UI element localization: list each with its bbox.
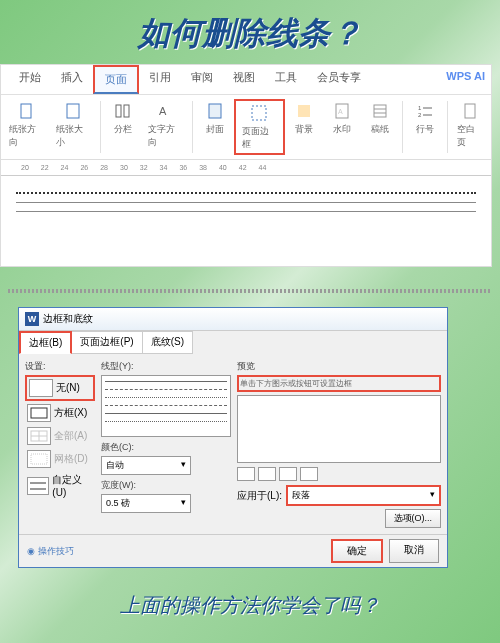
svg-rect-1 bbox=[67, 104, 79, 118]
tab-review[interactable]: 审阅 bbox=[181, 65, 223, 94]
tab-page[interactable]: 页面 bbox=[93, 65, 139, 94]
watermark-icon: A bbox=[332, 101, 352, 121]
style-label: 线型(Y): bbox=[101, 360, 231, 373]
tab-member[interactable]: 会员专享 bbox=[307, 65, 371, 94]
line-style-list[interactable] bbox=[101, 375, 231, 437]
toolbar: 纸张方向 纸张大小 分栏 A文字方向 封面 页面边框 背景 A水印 稿纸 12行… bbox=[1, 95, 491, 160]
opt-box[interactable]: 方框(X) bbox=[25, 402, 95, 424]
dotted-line bbox=[16, 192, 476, 194]
tool-page-border[interactable]: 页面边框 bbox=[234, 99, 285, 155]
custom-icon bbox=[27, 477, 49, 495]
svg-rect-10 bbox=[374, 105, 386, 117]
color-select[interactable]: 自动▾ bbox=[101, 456, 191, 475]
border-icon bbox=[249, 103, 269, 123]
tool-orient[interactable]: 纸张方向 bbox=[3, 99, 50, 155]
tool-textdir[interactable]: A文字方向 bbox=[142, 99, 189, 155]
tool-watermark[interactable]: A水印 bbox=[323, 99, 361, 155]
grid-icon bbox=[27, 450, 51, 468]
wps-ai[interactable]: WPS AI bbox=[436, 65, 491, 94]
pv-btn-3[interactable] bbox=[279, 467, 297, 481]
svg-rect-5 bbox=[209, 104, 221, 118]
document-area[interactable] bbox=[1, 176, 491, 266]
opt-none[interactable]: 无(N) bbox=[25, 375, 95, 401]
dialog-tabs: 边框(B) 页面边框(P) 底纹(S) bbox=[19, 331, 447, 354]
dlg-tab-shading[interactable]: 底纹(S) bbox=[142, 331, 193, 354]
tool-bg[interactable]: 背景 bbox=[285, 99, 323, 155]
box-icon bbox=[27, 404, 51, 422]
pv-btn-1[interactable] bbox=[237, 467, 255, 481]
svg-rect-3 bbox=[124, 105, 129, 117]
lineno-icon: 12 bbox=[415, 101, 435, 121]
none-icon bbox=[29, 379, 53, 397]
footer-text: 上面的操作方法你学会了吗？ bbox=[0, 568, 500, 629]
width-select[interactable]: 0.5 磅▾ bbox=[101, 494, 191, 513]
svg-rect-7 bbox=[298, 105, 310, 117]
apply-label: 应用于(L): bbox=[237, 489, 282, 503]
ok-button[interactable]: 确定 bbox=[331, 539, 383, 563]
page-title: 如何删除线条？ bbox=[0, 0, 500, 64]
preview-buttons bbox=[237, 467, 441, 481]
apply-row: 应用于(L): 段落▾ bbox=[237, 485, 441, 506]
tool-manuscript[interactable]: 稿纸 bbox=[361, 99, 399, 155]
options-button[interactable]: 选项(O)... bbox=[385, 509, 442, 528]
tips-link[interactable]: ◉ 操作技巧 bbox=[27, 545, 74, 558]
tab-ref[interactable]: 引用 bbox=[139, 65, 181, 94]
columns-icon bbox=[113, 101, 133, 121]
svg-rect-17 bbox=[465, 104, 475, 118]
opt-grid[interactable]: 网格(D) bbox=[25, 448, 95, 470]
dialog-title-text: 边框和底纹 bbox=[43, 312, 93, 326]
preview-column: 预览 单击下方图示或按钮可设置边框 应用于(L): 段落▾ 选项(O)... bbox=[237, 360, 441, 528]
tab-view[interactable]: 视图 bbox=[223, 65, 265, 94]
textdir-icon: A bbox=[155, 101, 175, 121]
svg-text:2: 2 bbox=[418, 112, 422, 118]
borders-dialog: W 边框和底纹 边框(B) 页面边框(P) 底纹(S) 设置: 无(N) 方框(… bbox=[18, 307, 448, 568]
preview-hint: 单击下方图示或按钮可设置边框 bbox=[237, 375, 441, 392]
tab-start[interactable]: 开始 bbox=[9, 65, 51, 94]
chevron-down-icon: ▾ bbox=[181, 497, 186, 510]
blank-icon bbox=[460, 101, 480, 121]
manuscript-icon bbox=[370, 101, 390, 121]
dialog-body: 设置: 无(N) 方框(X) 全部(A) 网格(D) 自定义(U) 线型(Y):… bbox=[19, 354, 447, 534]
settings-column: 设置: 无(N) 方框(X) 全部(A) 网格(D) 自定义(U) bbox=[25, 360, 95, 528]
svg-rect-22 bbox=[31, 454, 47, 464]
preview-label: 预览 bbox=[237, 360, 441, 373]
opt-custom[interactable]: 自定义(U) bbox=[25, 471, 95, 500]
style-column: 线型(Y): 颜色(C): 自动▾ 宽度(W): 0.5 磅▾ bbox=[101, 360, 231, 528]
tool-lineno[interactable]: 12行号 bbox=[406, 99, 444, 155]
cover-icon bbox=[205, 101, 225, 121]
pv-btn-2[interactable] bbox=[258, 467, 276, 481]
wavy-line bbox=[8, 289, 492, 293]
ribbon-tabs: 开始 插入 页面 引用 审阅 视图 工具 会员专享 WPS AI bbox=[1, 65, 491, 95]
svg-rect-0 bbox=[21, 104, 31, 118]
tool-size[interactable]: 纸张大小 bbox=[50, 99, 97, 155]
tool-blank[interactable]: 空白页 bbox=[451, 99, 489, 155]
tab-tools[interactable]: 工具 bbox=[265, 65, 307, 94]
dialog-footer: ◉ 操作技巧 确定 取消 bbox=[19, 534, 447, 567]
chevron-down-icon: ▾ bbox=[430, 489, 435, 502]
solid-line-2 bbox=[16, 211, 476, 212]
cancel-button[interactable]: 取消 bbox=[389, 539, 439, 563]
tool-cover[interactable]: 封面 bbox=[196, 99, 234, 155]
size-icon bbox=[63, 101, 83, 121]
color-label: 颜色(C): bbox=[101, 441, 231, 454]
svg-rect-6 bbox=[252, 106, 266, 120]
all-icon bbox=[27, 427, 51, 445]
apply-select[interactable]: 段落▾ bbox=[286, 485, 441, 506]
dlg-tab-page[interactable]: 页面边框(P) bbox=[71, 331, 142, 354]
tab-insert[interactable]: 插入 bbox=[51, 65, 93, 94]
word-icon: W bbox=[25, 312, 39, 326]
solid-line-1 bbox=[16, 202, 476, 203]
svg-rect-18 bbox=[31, 408, 47, 418]
dialog-buttons: 确定 取消 bbox=[331, 539, 439, 563]
opt-all[interactable]: 全部(A) bbox=[25, 425, 95, 447]
preview-box[interactable] bbox=[237, 395, 441, 463]
svg-text:A: A bbox=[159, 105, 167, 117]
pv-btn-4[interactable] bbox=[300, 467, 318, 481]
orient-icon bbox=[16, 101, 36, 121]
dlg-tab-border[interactable]: 边框(B) bbox=[19, 331, 72, 354]
bg-icon bbox=[294, 101, 314, 121]
tool-columns[interactable]: 分栏 bbox=[104, 99, 142, 155]
ruler: 20222426283032343638404244 bbox=[1, 160, 491, 176]
chevron-down-icon: ▾ bbox=[181, 459, 186, 472]
settings-label: 设置: bbox=[25, 360, 95, 373]
